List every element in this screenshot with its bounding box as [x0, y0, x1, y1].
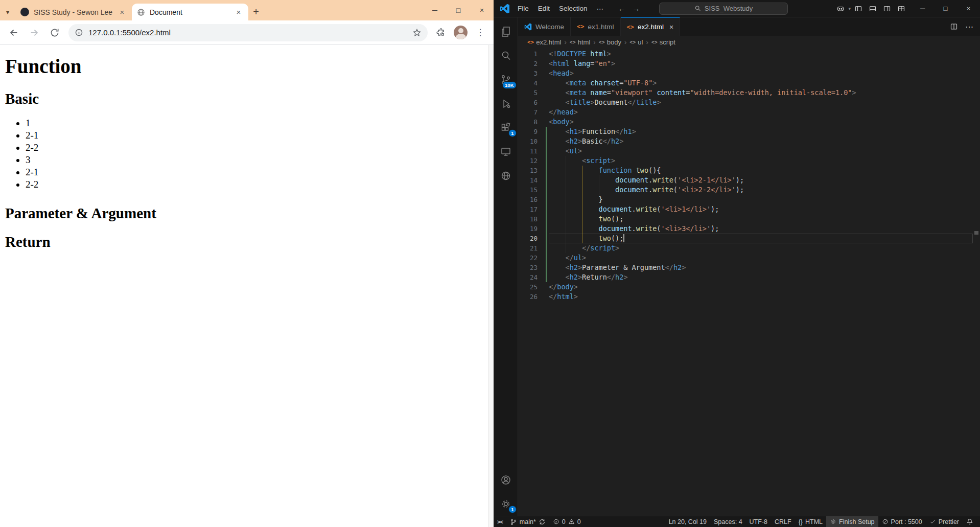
code-line[interactable]: 16 } — [518, 195, 980, 204]
indentation-status[interactable]: Spaces: 4 — [710, 516, 746, 527]
line-number[interactable]: 24 — [518, 272, 538, 282]
minimize-button[interactable]: ─ — [911, 0, 934, 17]
close-tab-icon[interactable]: × — [234, 8, 243, 17]
code-line[interactable]: 17 document.write('<li>1</li>'); — [518, 204, 980, 214]
more-actions-icon[interactable]: ⋯ — [963, 20, 976, 33]
close-tab-icon[interactable]: × — [669, 23, 673, 31]
code-line[interactable]: 14 document.write('<li>2-1</li>'); — [518, 175, 980, 185]
browser-menu-kebab-icon[interactable]: ⋮ — [471, 24, 489, 42]
close-button[interactable]: × — [957, 0, 980, 17]
minimap[interactable] — [927, 49, 973, 89]
code-line[interactable]: 6 <title>Document</title> — [518, 98, 980, 107]
line-number[interactable]: 6 — [518, 98, 538, 107]
code-line[interactable]: 10 <h2>Basic</h2> — [518, 136, 980, 146]
line-number[interactable]: 19 — [518, 224, 538, 234]
code-line[interactable]: 11 <ul> — [518, 146, 980, 156]
close-tab-icon[interactable]: × — [118, 8, 127, 17]
code-line[interactable]: 15 document.write('<li>2-2</li>'); — [518, 185, 980, 195]
code-line[interactable]: 5 <meta name="viewport" content="width=d… — [518, 88, 980, 98]
maximize-button[interactable]: □ — [934, 0, 957, 17]
line-number[interactable]: 12 — [518, 156, 538, 166]
line-number[interactable]: 7 — [518, 107, 538, 117]
address-bar[interactable]: 127.0.0.1:5500/ex2.html — [68, 24, 428, 41]
split-editor-icon[interactable] — [947, 20, 961, 33]
reload-icon[interactable] — [45, 23, 64, 42]
breadcrumb-item[interactable]: <>script — [651, 38, 675, 46]
settings-gear-icon[interactable]: 1 — [494, 492, 518, 516]
page-scrollbar[interactable] — [488, 45, 494, 527]
line-number[interactable]: 2 — [518, 59, 538, 68]
search-icon[interactable] — [494, 43, 518, 67]
explorer-icon[interactable] — [494, 19, 518, 43]
command-center-search[interactable]: SISS_Webstudy — [659, 3, 788, 15]
bookmark-star-icon[interactable] — [412, 28, 422, 37]
code-line[interactable]: 13 function two(){ — [518, 166, 980, 175]
line-number[interactable]: 25 — [518, 282, 538, 292]
line-number[interactable]: 18 — [518, 214, 538, 224]
menu-[interactable]: ⋯ — [592, 3, 609, 14]
toggle-primary-sidebar-icon[interactable] — [852, 3, 865, 15]
line-number[interactable]: 17 — [518, 204, 538, 214]
back-icon[interactable] — [4, 23, 24, 42]
breadcrumb-item[interactable]: <>ex2.html — [527, 38, 561, 46]
code-line[interactable]: 12 <script> — [518, 156, 980, 166]
code-line[interactable]: 25</body> — [518, 282, 980, 292]
source-control-icon[interactable]: 10K — [494, 67, 518, 91]
close-button[interactable]: × — [470, 0, 494, 20]
line-number[interactable]: 22 — [518, 253, 538, 263]
line-number[interactable]: 14 — [518, 175, 538, 185]
code-line[interactable]: 26</html> — [518, 292, 980, 302]
line-number[interactable]: 1 — [518, 49, 538, 59]
tab-search-chevron-icon[interactable]: ▾ — [0, 4, 15, 20]
globe-icon[interactable] — [494, 164, 518, 188]
breadcrumb-item[interactable]: <>ul — [629, 38, 643, 46]
code-area[interactable]: 1<!DOCTYPE html>2<html lang="en">3<head>… — [518, 48, 980, 516]
notifications-bell-icon[interactable] — [963, 516, 977, 527]
code-line[interactable]: 23 <h2>Parameter & Argument</h2> — [518, 263, 980, 272]
code-line[interactable]: 1<!DOCTYPE html> — [518, 49, 980, 59]
toggle-panel-icon[interactable] — [866, 3, 879, 15]
account-icon[interactable] — [494, 468, 518, 492]
code-line[interactable]: 18 two(); — [518, 214, 980, 224]
line-number[interactable]: 23 — [518, 263, 538, 272]
toggle-secondary-sidebar-icon[interactable] — [880, 3, 894, 15]
eol-status[interactable]: CRLF — [771, 516, 795, 527]
copilot-icon[interactable] — [834, 3, 847, 15]
minimize-button[interactable]: ─ — [423, 0, 447, 20]
git-branch-status[interactable]: main* — [506, 516, 549, 527]
finish-setup-status[interactable]: Finish Setup — [826, 516, 878, 527]
tab-ex1[interactable]: <> ex1.html — [571, 17, 620, 36]
formatter-status[interactable]: Prettier — [926, 516, 963, 527]
remote-explorer-icon[interactable] — [494, 140, 518, 164]
line-number[interactable]: 20 — [518, 234, 538, 243]
code-line[interactable]: 21 </script> — [518, 243, 980, 253]
editor-scrollbar[interactable] — [973, 48, 980, 516]
browser-tab-siss[interactable]: SISS Study - Sewon Lee × — [15, 4, 132, 20]
code-line[interactable]: 8<body> — [518, 117, 980, 127]
menu-edit[interactable]: Edit — [533, 3, 554, 14]
line-number[interactable]: 4 — [518, 78, 538, 88]
forward-icon[interactable] — [25, 23, 44, 42]
navigate-forward-icon[interactable]: → — [631, 4, 642, 13]
code-line[interactable]: 3<head> — [518, 68, 980, 78]
line-number[interactable]: 11 — [518, 146, 538, 156]
code-line[interactable]: 22 </ul> — [518, 253, 980, 263]
breadcrumb-item[interactable]: <>html — [570, 38, 591, 46]
line-number[interactable]: 8 — [518, 117, 538, 127]
line-number[interactable]: 9 — [518, 127, 538, 136]
problems-status[interactable]: 0 0 — [549, 516, 585, 527]
language-mode-status[interactable]: {} HTML — [795, 516, 826, 527]
extensions-icon[interactable]: 1 — [494, 116, 518, 140]
line-number[interactable]: 5 — [518, 88, 538, 98]
customize-layout-icon[interactable] — [895, 3, 908, 15]
line-number[interactable]: 15 — [518, 185, 538, 195]
tab-welcome[interactable]: Welcome — [518, 17, 571, 36]
copilot-chevron-icon[interactable]: ▾ — [848, 6, 851, 11]
extensions-puzzle-icon[interactable] — [432, 24, 450, 42]
line-number[interactable]: 3 — [518, 68, 538, 78]
breadcrumb-item[interactable]: <>body — [599, 38, 621, 46]
navigate-back-icon[interactable]: ← — [616, 4, 627, 13]
tab-ex2[interactable]: <> ex2.html × — [621, 17, 681, 36]
new-tab-button[interactable]: + — [248, 4, 264, 19]
url-text[interactable]: 127.0.0.1:5500/ex2.html — [88, 28, 407, 37]
